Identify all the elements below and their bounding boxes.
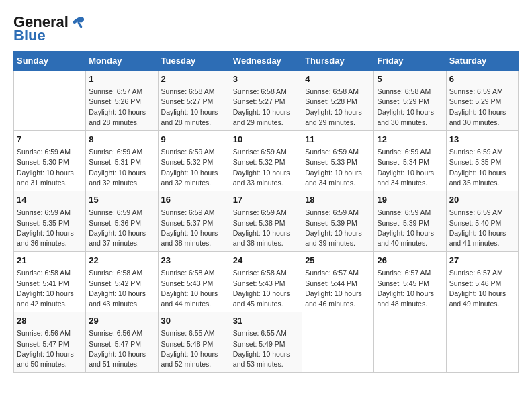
day-number: 21: [17, 255, 83, 267]
calendar-cell: 13Sunrise: 6:59 AM Sunset: 5:35 PM Dayli…: [446, 131, 518, 191]
calendar-cell: [374, 312, 446, 373]
day-content: Sunrise: 6:58 AM Sunset: 5:28 PM Dayligh…: [305, 87, 371, 128]
day-number: 17: [233, 194, 299, 206]
day-number: 25: [305, 255, 371, 267]
weekday-header-friday: Friday: [374, 52, 446, 71]
day-number: 14: [17, 194, 83, 206]
day-content: Sunrise: 6:58 AM Sunset: 5:27 PM Dayligh…: [161, 87, 227, 128]
day-content: Sunrise: 6:59 AM Sunset: 5:40 PM Dayligh…: [449, 208, 515, 248]
day-content: Sunrise: 6:58 AM Sunset: 5:27 PM Dayligh…: [233, 87, 299, 128]
day-content: Sunrise: 6:55 AM Sunset: 5:48 PM Dayligh…: [161, 328, 227, 369]
day-number: 8: [89, 134, 154, 146]
day-number: 26: [377, 255, 443, 267]
day-content: Sunrise: 6:57 AM Sunset: 5:26 PM Dayligh…: [89, 87, 154, 128]
calendar-week-row: 21Sunrise: 6:58 AM Sunset: 5:41 PM Dayli…: [14, 252, 519, 312]
day-content: Sunrise: 6:59 AM Sunset: 5:39 PM Dayligh…: [305, 208, 371, 248]
day-content: Sunrise: 6:58 AM Sunset: 5:29 PM Dayligh…: [377, 87, 443, 128]
calendar-week-row: 7Sunrise: 6:59 AM Sunset: 5:30 PM Daylig…: [14, 131, 519, 191]
day-content: Sunrise: 6:59 AM Sunset: 5:29 PM Dayligh…: [449, 87, 515, 128]
calendar-cell: [302, 312, 374, 373]
calendar-cell: 31Sunrise: 6:55 AM Sunset: 5:49 PM Dayli…: [230, 312, 302, 373]
day-content: Sunrise: 6:56 AM Sunset: 5:47 PM Dayligh…: [89, 328, 154, 369]
day-number: 7: [17, 134, 83, 146]
logo-bird-icon: [71, 15, 86, 30]
day-content: Sunrise: 6:59 AM Sunset: 5:39 PM Dayligh…: [377, 208, 443, 248]
weekday-header-saturday: Saturday: [446, 52, 518, 71]
day-number: 5: [377, 73, 443, 85]
weekday-header-tuesday: Tuesday: [158, 52, 230, 71]
calendar-cell: 24Sunrise: 6:58 AM Sunset: 5:43 PM Dayli…: [230, 252, 302, 312]
day-number: 18: [305, 194, 371, 206]
day-content: Sunrise: 6:59 AM Sunset: 5:38 PM Dayligh…: [233, 208, 299, 248]
day-number: 13: [449, 134, 515, 146]
day-number: 6: [449, 73, 515, 85]
weekday-header-thursday: Thursday: [302, 52, 374, 71]
day-content: Sunrise: 6:59 AM Sunset: 5:31 PM Dayligh…: [89, 147, 154, 188]
calendar-cell: 29Sunrise: 6:56 AM Sunset: 5:47 PM Dayli…: [86, 312, 158, 373]
calendar-cell: 26Sunrise: 6:57 AM Sunset: 5:45 PM Dayli…: [374, 252, 446, 312]
calendar-week-row: 1Sunrise: 6:57 AM Sunset: 5:26 PM Daylig…: [14, 71, 519, 131]
day-number: 19: [377, 194, 443, 206]
day-content: Sunrise: 6:59 AM Sunset: 5:35 PM Dayligh…: [17, 208, 83, 248]
calendar-cell: 3Sunrise: 6:58 AM Sunset: 5:27 PM Daylig…: [230, 71, 302, 131]
day-number: 3: [233, 73, 299, 85]
calendar-week-row: 28Sunrise: 6:56 AM Sunset: 5:47 PM Dayli…: [14, 312, 519, 373]
day-content: Sunrise: 6:59 AM Sunset: 5:35 PM Dayligh…: [449, 147, 515, 188]
day-content: Sunrise: 6:59 AM Sunset: 5:32 PM Dayligh…: [233, 147, 299, 188]
calendar-cell: 1Sunrise: 6:57 AM Sunset: 5:26 PM Daylig…: [86, 71, 158, 131]
day-content: Sunrise: 6:58 AM Sunset: 5:42 PM Dayligh…: [89, 268, 154, 309]
day-content: Sunrise: 6:57 AM Sunset: 5:44 PM Dayligh…: [305, 268, 371, 309]
calendar-cell: 18Sunrise: 6:59 AM Sunset: 5:39 PM Dayli…: [302, 191, 374, 252]
logo: General Blue: [13, 13, 86, 44]
day-number: 9: [161, 134, 227, 146]
calendar-cell: 17Sunrise: 6:59 AM Sunset: 5:38 PM Dayli…: [230, 191, 302, 252]
calendar-cell: 19Sunrise: 6:59 AM Sunset: 5:39 PM Dayli…: [374, 191, 446, 252]
calendar-cell: 11Sunrise: 6:59 AM Sunset: 5:33 PM Dayli…: [302, 131, 374, 191]
day-number: 23: [161, 255, 227, 267]
day-number: 29: [89, 315, 154, 327]
day-number: 15: [89, 194, 154, 206]
day-number: 12: [377, 134, 443, 146]
day-content: Sunrise: 6:55 AM Sunset: 5:49 PM Dayligh…: [233, 328, 299, 369]
day-content: Sunrise: 6:59 AM Sunset: 5:32 PM Dayligh…: [161, 147, 227, 188]
day-content: Sunrise: 6:59 AM Sunset: 5:36 PM Dayligh…: [89, 208, 154, 248]
calendar-cell: 14Sunrise: 6:59 AM Sunset: 5:35 PM Dayli…: [14, 191, 86, 252]
calendar-week-row: 14Sunrise: 6:59 AM Sunset: 5:35 PM Dayli…: [14, 191, 519, 252]
calendar-table: SundayMondayTuesdayWednesdayThursdayFrid…: [13, 51, 519, 373]
day-number: 1: [89, 73, 154, 85]
calendar-cell: 27Sunrise: 6:57 AM Sunset: 5:46 PM Dayli…: [446, 252, 518, 312]
calendar-cell: 30Sunrise: 6:55 AM Sunset: 5:48 PM Dayli…: [158, 312, 230, 373]
weekday-header-sunday: Sunday: [14, 52, 86, 71]
logo-blue-text: Blue: [13, 27, 46, 44]
day-number: 2: [161, 73, 227, 85]
page-header: General Blue: [13, 13, 519, 44]
calendar-cell: 9Sunrise: 6:59 AM Sunset: 5:32 PM Daylig…: [158, 131, 230, 191]
day-number: 30: [161, 315, 227, 327]
day-content: Sunrise: 6:56 AM Sunset: 5:47 PM Dayligh…: [17, 328, 83, 369]
calendar-cell: 22Sunrise: 6:58 AM Sunset: 5:42 PM Dayli…: [86, 252, 158, 312]
calendar-cell: [14, 71, 86, 131]
day-number: 28: [17, 315, 83, 327]
calendar-cell: 6Sunrise: 6:59 AM Sunset: 5:29 PM Daylig…: [446, 71, 518, 131]
day-content: Sunrise: 6:58 AM Sunset: 5:43 PM Dayligh…: [233, 268, 299, 309]
weekday-header-monday: Monday: [86, 52, 158, 71]
calendar-cell: 2Sunrise: 6:58 AM Sunset: 5:27 PM Daylig…: [158, 71, 230, 131]
calendar-body: 1Sunrise: 6:57 AM Sunset: 5:26 PM Daylig…: [14, 71, 519, 373]
day-content: Sunrise: 6:59 AM Sunset: 5:37 PM Dayligh…: [161, 208, 227, 248]
day-number: 20: [449, 194, 515, 206]
calendar-cell: 10Sunrise: 6:59 AM Sunset: 5:32 PM Dayli…: [230, 131, 302, 191]
day-number: 4: [305, 73, 371, 85]
day-number: 27: [449, 255, 515, 267]
weekday-header-row: SundayMondayTuesdayWednesdayThursdayFrid…: [14, 52, 519, 71]
day-content: Sunrise: 6:57 AM Sunset: 5:46 PM Dayligh…: [449, 268, 515, 309]
calendar-cell: 7Sunrise: 6:59 AM Sunset: 5:30 PM Daylig…: [14, 131, 86, 191]
day-number: 22: [89, 255, 154, 267]
calendar-cell: 16Sunrise: 6:59 AM Sunset: 5:37 PM Dayli…: [158, 191, 230, 252]
calendar-cell: [446, 312, 518, 373]
calendar-cell: 8Sunrise: 6:59 AM Sunset: 5:31 PM Daylig…: [86, 131, 158, 191]
calendar-cell: 20Sunrise: 6:59 AM Sunset: 5:40 PM Dayli…: [446, 191, 518, 252]
day-content: Sunrise: 6:58 AM Sunset: 5:43 PM Dayligh…: [161, 268, 227, 309]
day-number: 10: [233, 134, 299, 146]
calendar-cell: 15Sunrise: 6:59 AM Sunset: 5:36 PM Dayli…: [86, 191, 158, 252]
day-content: Sunrise: 6:57 AM Sunset: 5:45 PM Dayligh…: [377, 268, 443, 309]
